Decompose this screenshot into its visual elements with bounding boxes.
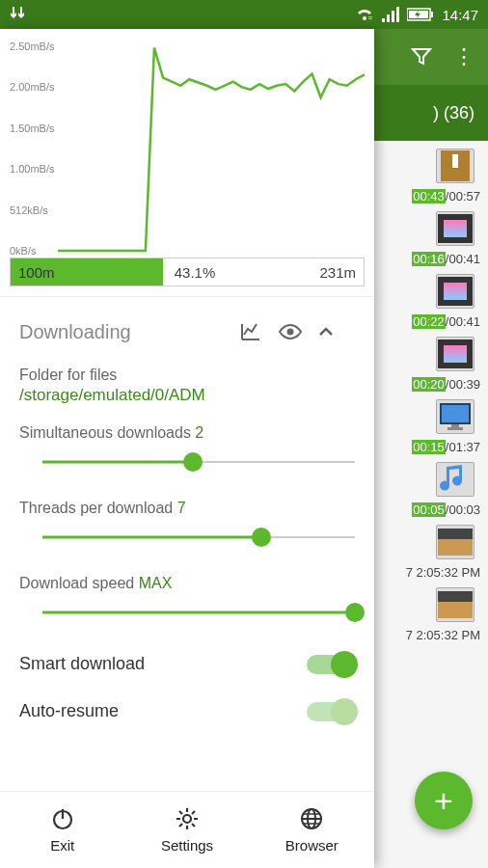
sim-downloads-slider[interactable] — [42, 448, 355, 476]
threads-value: 7 — [177, 500, 186, 516]
sim-downloads-label: Simultaneous downloads — [19, 424, 195, 441]
clock-time: 14:47 — [442, 7, 478, 23]
collapse-icon[interactable] — [316, 322, 355, 341]
list-item[interactable]: 7 2:05:32 PM — [374, 521, 488, 583]
speed-slider[interactable] — [42, 598, 355, 627]
svg-rect-6 — [431, 12, 433, 17]
filter-icon[interactable] — [411, 46, 432, 68]
list-item[interactable]: 00:22/00:41 — [374, 270, 488, 333]
signal-icon — [382, 7, 399, 22]
visibility-icon[interactable] — [278, 320, 316, 343]
folder-setting[interactable]: Folder for files /storage/emulated/0/ADM — [0, 357, 374, 415]
bottom-nav: Exit Settings Browser — [0, 791, 374, 868]
threads-label: Threads per download — [19, 500, 177, 516]
globe-icon — [299, 806, 324, 831]
list-item[interactable]: 00:43/00:57 — [374, 145, 488, 207]
gear-icon — [175, 806, 200, 831]
status-bar: 14:47 — [0, 0, 488, 29]
smart-download-label: Smart download — [19, 654, 307, 674]
exit-button[interactable]: Exit — [0, 792, 124, 868]
settings-panel: 2.50mB/s2.00mB/s1.50mB/s1.00mB/s512kB/s0… — [0, 29, 374, 868]
settings-button[interactable]: Settings — [124, 792, 249, 868]
list-item[interactable]: 7 2:05:32 PM — [374, 583, 488, 646]
power-icon — [50, 806, 75, 831]
progress-done: 100m — [18, 264, 55, 281]
auto-resume-toggle[interactable] — [307, 702, 355, 721]
wifi-icon — [355, 7, 374, 22]
battery-icon — [407, 8, 434, 21]
speed-value: MAX — [139, 575, 173, 591]
svg-rect-9 — [447, 427, 463, 430]
download-arrows-icon — [10, 5, 29, 24]
browser-label: Browser — [285, 837, 339, 854]
svg-rect-2 — [392, 11, 394, 22]
folder-label: Folder for files — [19, 366, 355, 384]
progress-total: 231m — [319, 264, 356, 281]
list-item[interactable]: 00:16/00:41 — [374, 207, 488, 270]
progress-percent: 43.1% — [175, 264, 216, 281]
background-download-list: ⋮ ) (36) 00:43/00:5700:16/00:4100:22/00:… — [374, 29, 488, 868]
more-icon[interactable]: ⋮ — [453, 44, 474, 69]
svg-rect-0 — [382, 18, 385, 22]
speed-label: Download speed — [19, 575, 139, 591]
list-item[interactable]: 00:20/00:39 — [374, 333, 488, 395]
svg-rect-8 — [451, 424, 459, 427]
browser-button[interactable]: Browser — [250, 792, 374, 868]
settings-label: Settings — [161, 837, 213, 854]
queue-count: ) (36) — [433, 103, 474, 123]
svg-rect-3 — [396, 7, 399, 22]
exit-label: Exit — [50, 837, 74, 854]
threads-slider[interactable] — [42, 523, 355, 552]
list-item[interactable]: 00:15/01:37 — [374, 395, 488, 458]
smart-download-toggle[interactable] — [307, 655, 355, 674]
auto-resume-label: Auto-resume — [19, 701, 307, 721]
svg-rect-7 — [441, 404, 470, 423]
add-download-fab[interactable]: + — [415, 772, 473, 829]
folder-path: /storage/emulated/0/ADM — [19, 386, 355, 405]
progress-bar: 100m 43.1% 231m — [10, 258, 365, 286]
svg-point-13 — [183, 815, 191, 823]
sim-downloads-value: 2 — [195, 424, 203, 441]
chart-toggle-icon[interactable] — [239, 320, 278, 343]
list-item[interactable]: 00:05/00:03 — [374, 458, 488, 521]
speed-chart: 2.50mB/s2.00mB/s1.50mB/s1.00mB/s512kB/s0… — [0, 29, 374, 286]
svg-point-10 — [287, 329, 294, 336]
section-title: Downloading — [19, 321, 239, 343]
svg-rect-1 — [387, 14, 390, 22]
